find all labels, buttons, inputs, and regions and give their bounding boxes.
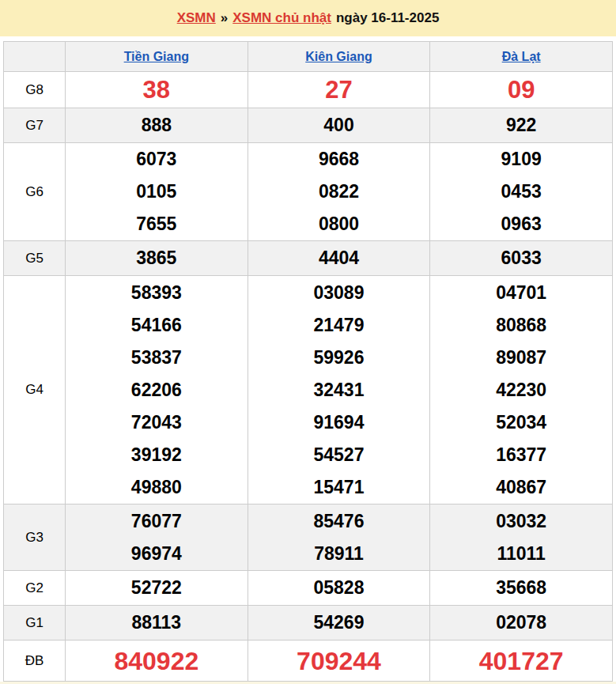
prize-number: 54166 bbox=[66, 309, 248, 342]
prize-number: 09 bbox=[430, 73, 612, 108]
prize-row-1: G8382709 bbox=[4, 72, 613, 108]
province-header-3: Đà Lạt bbox=[430, 42, 613, 72]
prize-row-6: G3760779697485476789110303211011 bbox=[4, 504, 613, 571]
prize-number: 6033 bbox=[430, 242, 612, 274]
prize-cell: 38 bbox=[66, 72, 248, 108]
prize-cell: 52722 bbox=[66, 571, 248, 606]
page-title-banner: XSMN » XSMN chủ nhật ngày 16-11-2025 bbox=[0, 0, 616, 36]
prize-number: 91694 bbox=[248, 406, 430, 439]
prize-number: 89087 bbox=[430, 342, 612, 374]
prize-number: 0800 bbox=[248, 208, 430, 240]
prize-number: 0963 bbox=[430, 208, 612, 240]
prize-cell: 7607796974 bbox=[66, 504, 248, 571]
prize-cell: 607301057655 bbox=[66, 143, 248, 241]
prize-row-9: ĐB840922709244401727 bbox=[4, 641, 613, 682]
prize-number: 840922 bbox=[66, 641, 248, 681]
prize-number: 96974 bbox=[66, 538, 248, 570]
prize-cell: 35668 bbox=[430, 571, 613, 606]
xsmn-sunday-link[interactable]: XSMN chủ nhật bbox=[232, 10, 331, 26]
prize-label: G8 bbox=[4, 72, 66, 108]
prize-number: 11011 bbox=[430, 538, 612, 570]
prize-row-4: G5386544046033 bbox=[4, 241, 613, 276]
prize-number: 6073 bbox=[66, 143, 248, 176]
prize-cell: 4404 bbox=[248, 241, 430, 276]
prize-number: 7655 bbox=[66, 208, 248, 240]
prize-cell: 910904530963 bbox=[430, 143, 613, 241]
prize-number: 27 bbox=[248, 73, 430, 108]
prize-cell: 54269 bbox=[248, 606, 430, 641]
prize-number: 04701 bbox=[430, 277, 612, 309]
prize-number: 922 bbox=[430, 109, 612, 142]
prize-label: G3 bbox=[4, 504, 66, 571]
prize-label: G5 bbox=[4, 241, 66, 276]
prize-cell: 6033 bbox=[430, 241, 613, 276]
prize-number: 62206 bbox=[66, 374, 248, 406]
prize-row-8: G1881135426902078 bbox=[4, 606, 613, 641]
prize-number: 02078 bbox=[430, 607, 612, 639]
prize-label: G2 bbox=[4, 571, 66, 606]
xsmn-link[interactable]: XSMN bbox=[177, 10, 216, 26]
prize-number: 0822 bbox=[248, 176, 430, 208]
prize-cell: 922 bbox=[430, 108, 613, 143]
prize-number: 39192 bbox=[66, 439, 248, 471]
prize-cell: 09 bbox=[430, 72, 613, 108]
prize-number: 32431 bbox=[248, 374, 430, 406]
prize-number: 709244 bbox=[248, 641, 430, 681]
prize-number: 0453 bbox=[430, 176, 612, 208]
prize-number: 35668 bbox=[430, 572, 612, 604]
prize-cell: 401727 bbox=[430, 641, 613, 682]
prize-cell: 03089214795992632431916945452715471 bbox=[248, 276, 430, 504]
prize-cell: 400 bbox=[248, 108, 430, 143]
prize-label: G6 bbox=[4, 143, 66, 241]
prize-number: 58393 bbox=[66, 277, 248, 309]
province-link[interactable]: Kiên Giang bbox=[305, 50, 372, 63]
prize-number: 85476 bbox=[248, 505, 430, 538]
prize-number: 59926 bbox=[248, 342, 430, 374]
prize-number: 53837 bbox=[66, 342, 248, 374]
prize-number: 76077 bbox=[66, 505, 248, 538]
results-table: Tiền GiangKiên GiangĐà Lạt G8382709G7888… bbox=[3, 41, 613, 682]
prize-number: 16377 bbox=[430, 439, 612, 471]
prize-cell: 05828 bbox=[248, 571, 430, 606]
prize-row-7: G2527220582835668 bbox=[4, 571, 613, 606]
prize-number: 38 bbox=[66, 73, 248, 108]
prize-cell: 966808220800 bbox=[248, 143, 430, 241]
prize-number: 9109 bbox=[430, 143, 612, 176]
prize-number: 54269 bbox=[248, 607, 430, 639]
draw-date-text: ngày 16-11-2025 bbox=[336, 10, 439, 26]
prize-number: 3865 bbox=[66, 242, 248, 274]
prize-number: 9668 bbox=[248, 143, 430, 176]
prize-cell: 88113 bbox=[66, 606, 248, 641]
prize-number: 401727 bbox=[430, 641, 612, 681]
province-header-2: Kiên Giang bbox=[248, 42, 430, 72]
prize-number: 88113 bbox=[66, 607, 248, 639]
prize-cell: 840922 bbox=[66, 641, 248, 682]
corner-cell bbox=[4, 42, 66, 72]
prize-cell: 709244 bbox=[248, 641, 430, 682]
results-body: G8382709G7888400922G66073010576559668082… bbox=[4, 72, 613, 682]
prize-number: 80868 bbox=[430, 309, 612, 342]
prize-number: 0105 bbox=[66, 176, 248, 208]
prize-number: 05828 bbox=[248, 572, 430, 604]
table-header-row: Tiền GiangKiên GiangĐà Lạt bbox=[4, 42, 613, 72]
prize-number: 4404 bbox=[248, 242, 430, 274]
prize-number: 78911 bbox=[248, 538, 430, 570]
prize-cell: 02078 bbox=[430, 606, 613, 641]
prize-cell: 27 bbox=[248, 72, 430, 108]
prize-cell: 0303211011 bbox=[430, 504, 613, 571]
province-link[interactable]: Đà Lạt bbox=[502, 50, 541, 63]
province-header-1: Tiền Giang bbox=[66, 42, 248, 72]
prize-number: 15471 bbox=[248, 471, 430, 504]
prize-number: 54527 bbox=[248, 439, 430, 471]
prize-row-3: G6607301057655966808220800910904530963 bbox=[4, 143, 613, 241]
prize-number: 03032 bbox=[430, 505, 612, 538]
prize-number: 42230 bbox=[430, 374, 612, 406]
prize-cell: 8547678911 bbox=[248, 504, 430, 571]
province-link[interactable]: Tiền Giang bbox=[124, 50, 189, 63]
prize-row-2: G7888400922 bbox=[4, 108, 613, 143]
prize-label: ĐB bbox=[4, 641, 66, 682]
prize-cell: 3865 bbox=[66, 241, 248, 276]
prize-number: 52034 bbox=[430, 406, 612, 439]
prize-label: G1 bbox=[4, 606, 66, 641]
prize-number: 400 bbox=[248, 109, 430, 142]
